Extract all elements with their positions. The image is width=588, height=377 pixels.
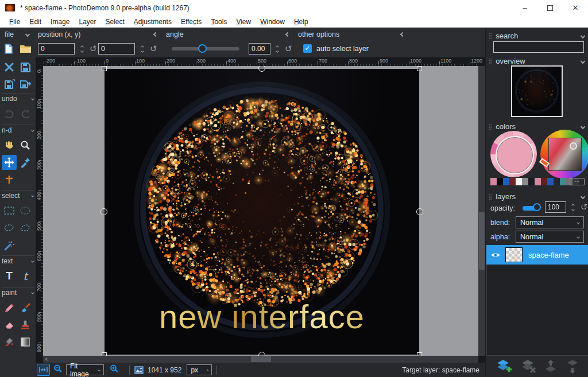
- position-y-stepper[interactable]: [141, 43, 144, 55]
- move-tool-button[interactable]: [2, 155, 17, 170]
- drag-grip-icon[interactable]: ⣿: [488, 33, 492, 39]
- toolbox-group-paint[interactable]: paint: [2, 287, 34, 297]
- position-x-input[interactable]: [38, 43, 75, 55]
- rect-select-button[interactable]: [2, 203, 17, 218]
- undo-button[interactable]: [2, 106, 17, 121]
- hue-wheel[interactable]: [540, 130, 588, 179]
- raise-layer-button[interactable]: [544, 359, 558, 376]
- color-swatch[interactable]: [547, 178, 554, 185]
- more-colors-button[interactable]: ···: [570, 178, 585, 185]
- vertical-scrollbar-thumb[interactable]: [479, 212, 485, 270]
- color-swatch[interactable]: [560, 178, 566, 185]
- color-history-wheel[interactable]: [490, 131, 537, 177]
- opacity-stepper[interactable]: [572, 201, 574, 213]
- fill-tool-button[interactable]: [2, 335, 17, 349]
- chevron-down-icon[interactable]: [581, 124, 585, 129]
- search-panel-header[interactable]: ⣿ search: [488, 31, 585, 41]
- scroll-left-icon[interactable]: [45, 357, 49, 361]
- collapse-left-icon[interactable]: [153, 32, 158, 36]
- horizontal-scrollbar-thumb[interactable]: [251, 356, 271, 362]
- menu-tools[interactable]: Tools: [206, 17, 231, 27]
- opacity-reset-icon[interactable]: ↺: [581, 201, 588, 213]
- close-image-button[interactable]: [2, 60, 17, 75]
- saturation-value-square[interactable]: [548, 138, 582, 171]
- layer-handle-right[interactable]: [416, 208, 423, 215]
- position-x-reset-icon[interactable]: ↺: [90, 43, 97, 55]
- toolbox-group-undo[interactable]: undo: [2, 93, 34, 103]
- fit-canvas-button[interactable]: [37, 364, 50, 376]
- overview-panel-header[interactable]: ⣿ overview: [488, 56, 585, 66]
- color-swatch[interactable]: [541, 178, 547, 185]
- layer-handle-top-left[interactable]: [102, 66, 107, 71]
- zoom-tool-button[interactable]: [18, 138, 33, 153]
- gradient-tool-button[interactable]: [18, 335, 33, 349]
- save-copy-button[interactable]: [2, 76, 17, 91]
- position-x-stepper[interactable]: [81, 43, 83, 55]
- opacity-input[interactable]: [545, 201, 566, 213]
- blend-mode-dropdown[interactable]: Normal: [516, 216, 584, 228]
- unit-dropdown[interactable]: px: [187, 364, 212, 375]
- chevron-down-icon[interactable]: [581, 33, 585, 38]
- image-layer[interactable]: new interface: [105, 69, 419, 355]
- delete-layer-button[interactable]: [520, 359, 536, 376]
- menu-file[interactable]: File: [5, 17, 25, 27]
- opacity-slider-knob[interactable]: [533, 203, 541, 211]
- angle-input[interactable]: [249, 43, 270, 55]
- layer-visibility-eye-icon[interactable]: [490, 251, 501, 259]
- layer-handle-left[interactable]: [100, 208, 107, 215]
- maximize-button[interactable]: [537, 0, 563, 15]
- drag-grip-icon[interactable]: ⣿: [488, 123, 492, 130]
- minimize-button[interactable]: –: [512, 0, 537, 15]
- color-swatch[interactable]: [522, 178, 528, 185]
- new-image-button[interactable]: [1, 41, 16, 56]
- menu-help[interactable]: Help: [289, 17, 313, 27]
- menu-effects[interactable]: Effects: [176, 17, 206, 27]
- drag-grip-icon[interactable]: ⣿: [488, 193, 492, 200]
- pencil-tool-button[interactable]: [2, 300, 17, 315]
- advanced-text-button[interactable]: t: [18, 269, 33, 283]
- collapse-left-icon[interactable]: [285, 32, 290, 36]
- menu-select[interactable]: Select: [100, 17, 129, 27]
- toolbox-group-select[interactable]: select: [2, 190, 34, 200]
- menu-image[interactable]: Image: [46, 17, 74, 27]
- toolbox-group-text[interactable]: text: [2, 255, 34, 265]
- search-input[interactable]: [493, 41, 584, 53]
- zoom-dropdown[interactable]: Fit image: [66, 364, 104, 375]
- polygon-select-button[interactable]: [18, 220, 33, 235]
- sv-selector-icon[interactable]: [570, 142, 577, 150]
- ellipse-select-button[interactable]: [18, 203, 33, 218]
- color-swatch[interactable]: [528, 178, 535, 185]
- zoom-out-button[interactable]: [53, 364, 63, 375]
- layer-handle-bottom[interactable]: [258, 352, 265, 356]
- canvas-viewport[interactable]: new interface: [43, 66, 478, 356]
- color-swatch[interactable]: [509, 178, 516, 185]
- menu-edit[interactable]: Edit: [25, 17, 46, 27]
- lasso-select-button[interactable]: [2, 220, 17, 235]
- collapse-left-icon[interactable]: [400, 32, 405, 36]
- alpha-mode-dropdown[interactable]: Normal: [516, 231, 584, 243]
- eraser-tool-button[interactable]: [2, 317, 17, 332]
- lower-layer-button[interactable]: [566, 359, 579, 376]
- toolbox-group-nav[interactable]: n-d: [2, 125, 34, 134]
- chevron-down-icon[interactable]: [581, 194, 585, 199]
- open-image-button[interactable]: [18, 41, 33, 56]
- color-picker-button[interactable]: [18, 155, 33, 170]
- title-bar[interactable]: * space-flame - PhotoDemon 9.0 pre-alpha…: [0, 0, 588, 15]
- angle-reset-icon[interactable]: ↺: [285, 43, 292, 55]
- add-layer-button[interactable]: [495, 359, 512, 376]
- color-swatch[interactable]: [497, 178, 503, 185]
- color-swatch[interactable]: [516, 178, 522, 185]
- menu-view[interactable]: View: [231, 17, 256, 27]
- close-button[interactable]: ✕: [563, 0, 588, 15]
- auto-select-layer-checkbox[interactable]: ✓: [303, 44, 312, 53]
- measure-tool-button[interactable]: [2, 172, 17, 187]
- angle-slider-knob[interactable]: [198, 44, 207, 53]
- save-as-button[interactable]: [18, 76, 33, 91]
- pan-tool-button[interactable]: [2, 138, 17, 153]
- zoom-in-button[interactable]: [110, 364, 119, 375]
- menu-layer[interactable]: Layer: [74, 17, 100, 27]
- color-swatch[interactable]: [503, 178, 509, 185]
- paintbrush-tool-button[interactable]: [18, 300, 33, 315]
- chevron-down-icon[interactable]: [581, 59, 585, 63]
- position-y-input[interactable]: [98, 43, 135, 55]
